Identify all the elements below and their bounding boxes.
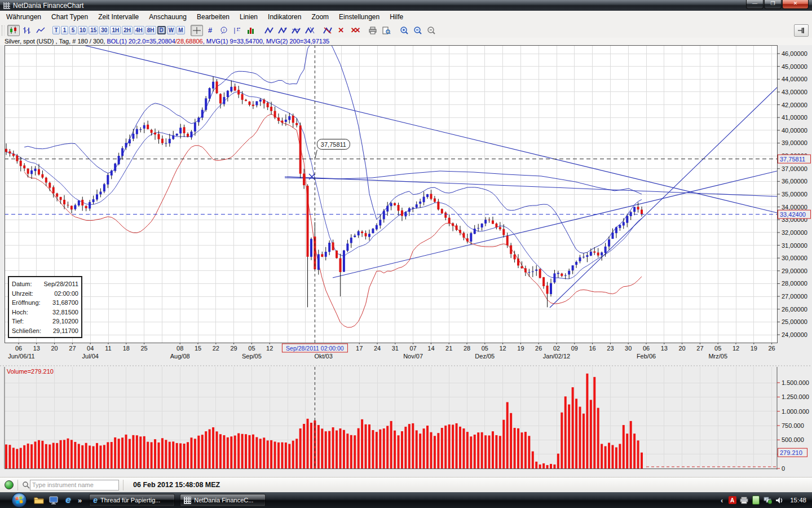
- interval-4H[interactable]: 4H: [134, 26, 144, 34]
- menu-linien[interactable]: Linien: [235, 11, 263, 23]
- interval-D[interactable]: D: [157, 26, 166, 34]
- volume-bar: [187, 442, 189, 468]
- menu-hilfe[interactable]: Hilfe: [385, 11, 408, 23]
- svg-text:37,75811: 37,75811: [321, 141, 346, 148]
- interval-W[interactable]: W: [167, 26, 175, 34]
- start-button[interactable]: [11, 492, 27, 508]
- interval-1H[interactable]: 1H: [110, 26, 121, 34]
- ohlc-tooltip: Datum:Sep/28/2011Uhrzeit:02:00:00Eröffnu…: [8, 276, 82, 338]
- price-axis-label: 43,00000: [782, 89, 807, 95]
- volume-bar: [194, 439, 196, 468]
- bar-chart-icon[interactable]: [21, 25, 33, 36]
- minimize-button[interactable]: —: [746, 0, 764, 9]
- channel-tool-icon[interactable]: [290, 25, 302, 36]
- volume-bar: [234, 436, 236, 468]
- price-chart[interactable]: 37,7581146,0000045,0000044,0000043,00000…: [0, 45, 812, 477]
- volume-bar: [241, 434, 244, 468]
- tooltip-row: Uhrzeit:02:00:00: [12, 289, 78, 299]
- volume-bar: [63, 440, 65, 468]
- printer-tray-icon[interactable]: [740, 496, 748, 505]
- menu-währungen[interactable]: Währungen: [1, 11, 46, 23]
- volume-bar: [34, 441, 37, 468]
- taskbar-clock[interactable]: 15:48: [790, 497, 806, 503]
- print-preview-icon[interactable]: [380, 25, 392, 36]
- volume-bar: [23, 445, 25, 468]
- menu-anschauung[interactable]: Anschauung: [144, 11, 192, 23]
- volume-bar: [5, 444, 7, 468]
- taskbar-task-1[interactable]: eThread für Papiertig...: [89, 494, 175, 506]
- grid-icon[interactable]: #: [204, 25, 217, 36]
- volume-icon[interactable]: [245, 25, 257, 36]
- volume-bar: [398, 435, 400, 468]
- interval-1[interactable]: 1: [61, 26, 68, 34]
- volume-bar: [452, 424, 454, 468]
- interval-10[interactable]: 10: [78, 26, 87, 34]
- price-label-icon[interactable]: 1.: [231, 25, 244, 36]
- internet-explorer-icon: e: [93, 497, 98, 504]
- volume-bar: [506, 402, 509, 468]
- candlestick-chart-icon[interactable]: [7, 25, 20, 36]
- instrument-search-input[interactable]: [30, 480, 119, 491]
- tooltip-row: Eröffnung:31,68700: [12, 298, 78, 308]
- svg-text:i: i: [223, 28, 224, 33]
- zoom-reset-icon[interactable]: [425, 25, 438, 36]
- restore-button[interactable]: ❐: [764, 0, 782, 9]
- menu-chart-typen[interactable]: Chart Typen: [46, 11, 93, 23]
- quicklaunch-overflow-chevron[interactable]: »: [78, 496, 82, 505]
- info-balloon-icon[interactable]: i: [218, 25, 230, 36]
- volume-bar: [448, 424, 451, 468]
- interval-15[interactable]: 15: [89, 26, 98, 34]
- interval-2H[interactable]: 2H: [122, 26, 133, 34]
- ray-tool-icon[interactable]: [303, 25, 316, 36]
- network-tray-icon[interactable]: [764, 496, 772, 505]
- delete-all-icon[interactable]: ✕✕: [348, 25, 361, 36]
- zoom-out-icon[interactable]: [412, 25, 424, 36]
- volume-tray-icon[interactable]: [775, 496, 784, 505]
- close-button[interactable]: ✕: [782, 0, 809, 9]
- volume-bar: [288, 444, 290, 468]
- volume-bar: [372, 430, 374, 468]
- volume-bar: [310, 423, 312, 468]
- tray-expand-chevron[interactable]: ‹: [721, 496, 723, 505]
- menu-indikatoren[interactable]: Indikatoren: [263, 11, 306, 23]
- volume-bar: [339, 428, 341, 468]
- volume-bar: [85, 443, 87, 468]
- title-bar: NetDania FinanceChart — ❐ ✕: [0, 0, 812, 11]
- remove-line-icon[interactable]: [321, 25, 334, 36]
- menu-einstellungen[interactable]: Einstellungen: [334, 11, 385, 23]
- display-quicklaunch-icon[interactable]: [48, 494, 59, 506]
- volume-bar: [383, 428, 385, 468]
- internet-explorer-quicklaunch-icon[interactable]: e: [63, 494, 74, 506]
- folder-quicklaunch-icon[interactable]: [33, 494, 45, 506]
- svg-text:33,42400: 33,42400: [780, 211, 806, 218]
- device-tray-icon[interactable]: [752, 496, 760, 505]
- connection-status-icon: [5, 480, 14, 489]
- crosshair-icon[interactable]: [191, 25, 203, 36]
- x-axis-day-label: 14: [427, 345, 434, 352]
- trendline-arrow-tool-icon[interactable]: [276, 25, 289, 36]
- x-axis-day-label: 12: [499, 345, 506, 352]
- interval-T[interactable]: T: [52, 26, 60, 34]
- volume-bar: [219, 434, 222, 468]
- interval-5[interactable]: 5: [69, 26, 77, 34]
- x-axis-day-label: 28: [464, 345, 470, 352]
- volume-bar: [568, 405, 570, 468]
- line-chart-icon[interactable]: [34, 25, 47, 36]
- interval-M[interactable]: M: [176, 26, 184, 34]
- interval-8H[interactable]: 8H: [145, 26, 156, 34]
- taskbar-task-2[interactable]: NetDania FinanceC...: [180, 494, 266, 506]
- pin-toolbar-icon[interactable]: [794, 24, 809, 37]
- menu-zoom[interactable]: Zoom: [306, 11, 334, 23]
- adobe-reader-tray-icon[interactable]: A: [728, 496, 736, 505]
- volume-bar: [470, 436, 472, 468]
- trendline-tool-icon[interactable]: [263, 25, 275, 36]
- menu-bearbeiten[interactable]: Bearbeiten: [192, 11, 235, 23]
- delete-icon[interactable]: ✕: [335, 25, 347, 36]
- interval-30[interactable]: 30: [99, 26, 109, 34]
- menu-zeit-intervalle[interactable]: Zeit Intervalle: [93, 11, 144, 23]
- volume-bar: [118, 439, 120, 468]
- zoom-in-icon[interactable]: [398, 25, 411, 36]
- x-axis-day-label: 05: [714, 345, 721, 352]
- print-icon[interactable]: [367, 25, 379, 36]
- volume-bar: [641, 453, 643, 468]
